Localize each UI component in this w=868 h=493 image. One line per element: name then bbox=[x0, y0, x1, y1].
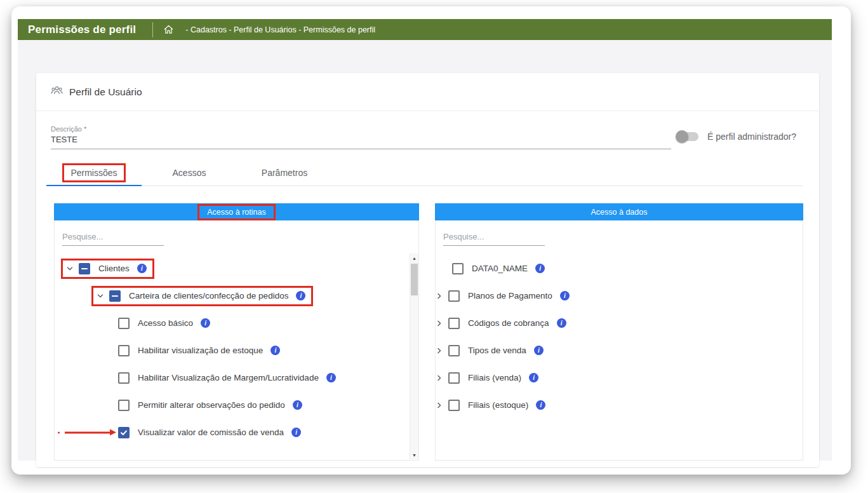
data-search bbox=[436, 220, 803, 246]
info-icon[interactable]: i bbox=[291, 428, 301, 437]
scroll-down-button[interactable]: ▼ bbox=[410, 450, 418, 459]
checkbox-unchecked[interactable] bbox=[118, 372, 130, 384]
admin-toggle[interactable] bbox=[677, 132, 698, 141]
row-label: Clientes bbox=[98, 264, 130, 273]
data-panel: Acesso à dados DATA0_NAMEiPlanos de Paga… bbox=[435, 203, 803, 461]
row-label: Acesso básico bbox=[138, 318, 193, 328]
profile-card: Perfil de Usuário Descrição * TESTE É pe… bbox=[36, 73, 819, 467]
indeterminate-dash bbox=[81, 268, 88, 269]
tab-acessos[interactable]: Acessos bbox=[142, 160, 237, 186]
info-icon[interactable]: i bbox=[536, 400, 545, 410]
chevron-right-icon[interactable] bbox=[436, 402, 448, 409]
scroll-up-button[interactable]: ▲ bbox=[410, 253, 418, 262]
tree-row: Carteira de clientes/confecção de pedido… bbox=[55, 282, 418, 309]
info-icon[interactable]: i bbox=[529, 373, 538, 382]
checkbox-unchecked[interactable] bbox=[452, 263, 464, 274]
chevron-right-icon[interactable] bbox=[436, 320, 448, 327]
checkbox-unchecked[interactable] bbox=[448, 400, 460, 411]
topbar: Permissões de perfil - Cadastros - Perfi… bbox=[18, 19, 832, 40]
tree-row: Tipos de vendai bbox=[436, 337, 803, 364]
data-panel-header: Acesso à dados bbox=[435, 203, 803, 220]
data-search-input[interactable] bbox=[443, 232, 545, 246]
tree-row: Filiais (venda)i bbox=[436, 364, 803, 391]
routines-panel-title: Acesso à rotinas bbox=[197, 204, 275, 220]
row-label: Filiais (venda) bbox=[468, 373, 521, 382]
info-icon[interactable]: i bbox=[137, 264, 147, 273]
description-field[interactable]: Descrição * TESTE bbox=[51, 125, 671, 149]
info-icon[interactable]: i bbox=[201, 318, 210, 328]
users-group-icon bbox=[51, 86, 63, 98]
routines-tree: ClientesiCarteira de clientes/confecção … bbox=[55, 255, 418, 446]
card-header: Perfil de Usuário bbox=[36, 73, 819, 111]
info-icon[interactable]: i bbox=[557, 318, 566, 328]
tree-row: Permitir alterar observações do pedidoi bbox=[55, 391, 418, 419]
info-icon[interactable]: i bbox=[534, 346, 544, 355]
data-panel-body: DATA0_NAMEiPlanos de PagamentoiCódigos d… bbox=[435, 220, 803, 461]
routines-search bbox=[55, 220, 418, 246]
page-sheet: Permissões de perfil - Cadastros - Perfi… bbox=[11, 6, 851, 475]
row-content: Acesso básicoi bbox=[118, 318, 210, 329]
tree-row: Visualizar valor de comissão de vendai bbox=[55, 419, 418, 446]
data-list: DATA0_NAMEiPlanos de PagamentoiCódigos d… bbox=[436, 255, 803, 419]
routines-panel-body: ClientesiCarteira de clientes/confecção … bbox=[54, 220, 419, 461]
checkbox-unchecked[interactable] bbox=[118, 400, 130, 411]
checkbox-unchecked[interactable] bbox=[448, 372, 460, 384]
checkbox-checked[interactable] bbox=[118, 427, 130, 438]
home-icon[interactable] bbox=[163, 24, 174, 35]
row-label: Códigos de cobrança bbox=[468, 318, 549, 328]
row-label: Habilitar Visualização de Margem/Lucrati… bbox=[138, 373, 319, 382]
admin-toggle-group: É perfil administrador? bbox=[677, 132, 796, 142]
tree-row: Acesso básicoi bbox=[55, 309, 418, 337]
scrollbar-thumb[interactable] bbox=[411, 264, 418, 295]
chevron-down-icon[interactable] bbox=[97, 292, 109, 300]
checkbox-indeterminate[interactable] bbox=[79, 263, 90, 274]
tab-label: Parâmetros bbox=[262, 168, 307, 178]
row-content: Planos de Pagamentoi bbox=[436, 290, 570, 302]
tree-row: Clientesi bbox=[55, 255, 418, 282]
row-label: Visualizar valor de comissão de venda bbox=[138, 428, 284, 437]
routines-scrollbar[interactable]: ▲ ▼ bbox=[410, 253, 418, 459]
chevron-right-icon[interactable] bbox=[436, 347, 448, 355]
row-content: Filiais (estoque)i bbox=[436, 400, 545, 411]
chevron-right-icon[interactable] bbox=[436, 292, 448, 300]
routines-search-input[interactable] bbox=[62, 232, 164, 246]
row-label: Filiais (estoque) bbox=[468, 400, 528, 410]
row-content: DATA0_NAMEi bbox=[436, 263, 545, 274]
annotation-box: Permissões bbox=[62, 163, 125, 182]
checkbox-unchecked[interactable] bbox=[448, 345, 460, 356]
checkbox-unchecked[interactable] bbox=[448, 318, 460, 329]
info-icon[interactable]: i bbox=[326, 373, 336, 382]
annotation-box: Carteira de clientes/confecção de pedido… bbox=[91, 286, 313, 306]
info-icon[interactable]: i bbox=[560, 291, 570, 301]
info-icon[interactable]: i bbox=[535, 264, 545, 273]
breadcrumb: - Cadastros - Perfil de Usuários - Permi… bbox=[185, 25, 375, 34]
toggle-knob bbox=[676, 130, 688, 143]
row-content: Tipos de vendai bbox=[436, 345, 544, 356]
tab-permissoes[interactable]: Permissões bbox=[46, 160, 142, 186]
annotation-box: Clientesi bbox=[61, 259, 154, 279]
description-label: Descrição * bbox=[51, 125, 671, 133]
info-icon[interactable]: i bbox=[293, 400, 302, 410]
tree-row: Habilitar Visualização de Margem/Lucrati… bbox=[55, 364, 418, 391]
chevron-down-icon[interactable] bbox=[66, 265, 79, 273]
annotation-arrow bbox=[65, 431, 110, 433]
info-icon[interactable]: i bbox=[296, 291, 305, 301]
tab-label: Acessos bbox=[173, 168, 206, 178]
tree-row: Filiais (estoque)i bbox=[436, 391, 803, 419]
checkbox-indeterminate[interactable] bbox=[109, 290, 121, 302]
info-icon[interactable]: i bbox=[270, 346, 280, 355]
topbar-divider bbox=[152, 22, 153, 37]
row-content: Permitir alterar observações do pedidoi bbox=[118, 400, 302, 411]
checkbox-unchecked[interactable] bbox=[118, 345, 130, 356]
row-label: Planos de Pagamento bbox=[468, 291, 552, 301]
app-window: Permissões de perfil - Cadastros - Perfi… bbox=[18, 19, 832, 461]
chevron-right-icon[interactable] bbox=[436, 374, 448, 382]
checkbox-unchecked[interactable] bbox=[448, 290, 460, 302]
row-label: Habilitar visualização de estoque bbox=[138, 346, 263, 355]
indeterminate-dash bbox=[112, 295, 118, 297]
admin-toggle-label: É perfil administrador? bbox=[707, 132, 796, 142]
tree-row: Habilitar visualização de estoquei bbox=[55, 337, 418, 364]
row-label: DATA0_NAME bbox=[472, 264, 528, 273]
tab-parametros[interactable]: Parâmetros bbox=[237, 160, 332, 186]
checkbox-unchecked[interactable] bbox=[118, 318, 130, 329]
